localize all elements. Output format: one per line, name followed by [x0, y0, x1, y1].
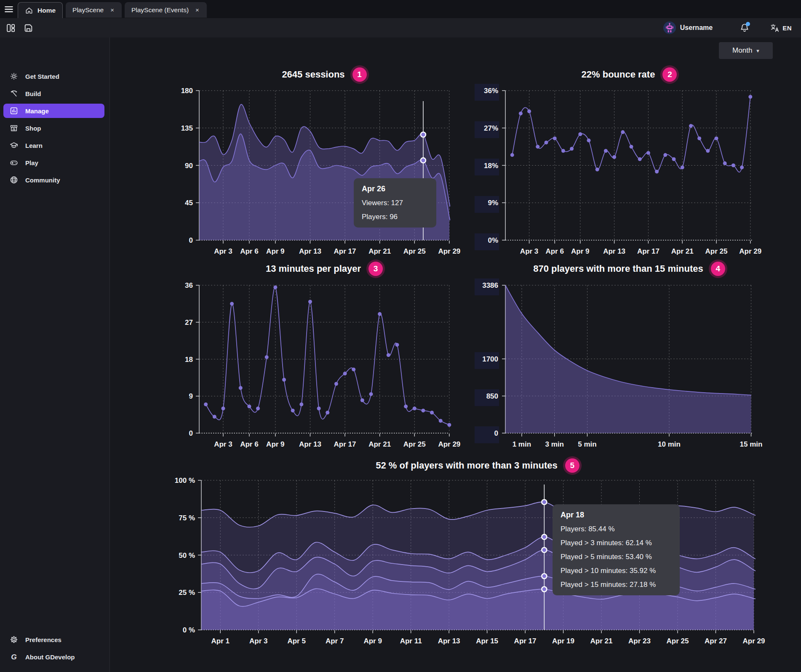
- home-icon-wrap: [25, 6, 33, 15]
- layout-panels-button[interactable]: [3, 21, 18, 35]
- period-dropdown-label: Month: [732, 46, 752, 55]
- chart-tooltip-sessions: Apr 26Viewers: 127Players: 96: [354, 178, 436, 228]
- chart-title-text: 22% bounce rate: [582, 69, 655, 80]
- translate-icon: [770, 23, 780, 33]
- storefront-icon: [9, 123, 19, 133]
- save-button[interactable]: [21, 21, 35, 35]
- sidebar-item-label: Community: [25, 177, 60, 184]
- storefront-icon-wrap: [9, 123, 19, 133]
- layout-panels-icon: [5, 23, 16, 33]
- gdevelop-logo-icon-wrap: G: [9, 652, 19, 661]
- globe-icon: [9, 175, 19, 185]
- toolbar-right-group: Username EN: [663, 18, 792, 37]
- tab-bar: HomePlayScene×PlayScene (Events)×: [0, 0, 801, 18]
- sidebar-item-play[interactable]: Play: [3, 155, 104, 170]
- gamepad-icon: [9, 158, 19, 167]
- sidebar-item-label: Preferences: [25, 636, 61, 643]
- tooltip-row: Players: 96: [362, 213, 428, 221]
- sidebar-item-about-gdevelop[interactable]: GAbout GDevelop: [3, 650, 104, 664]
- language-selector[interactable]: EN: [770, 23, 792, 33]
- tooltip-row: Played > 3 minutes: 62.14 %: [561, 539, 672, 547]
- step-badge-3[interactable]: 3: [368, 262, 383, 276]
- main-content: [110, 37, 801, 672]
- close-icon[interactable]: ×: [195, 6, 200, 13]
- step-badge-2[interactable]: 2: [662, 67, 677, 82]
- home-icon: [25, 6, 33, 15]
- pickaxe-icon: [9, 89, 19, 98]
- chart-title-text: 870 players with more than 15 minutes: [533, 263, 703, 274]
- tab-label: Home: [37, 7, 56, 14]
- chart-icon-wrap: [9, 106, 19, 115]
- sun-icon-wrap: [9, 72, 19, 81]
- step-badge-4[interactable]: 4: [711, 262, 725, 276]
- tooltip-title: Apr 18: [561, 511, 672, 519]
- sidebar-item-label: About GDevelop: [25, 653, 75, 661]
- toolbar: Username EN: [0, 18, 801, 37]
- sidebar-item-preferences[interactable]: Preferences: [3, 632, 104, 647]
- sidebar-item-learn[interactable]: Learn: [3, 138, 104, 153]
- chart-title-retention: 870 players with more than 15 minutes4: [505, 260, 753, 277]
- chart-icon: [9, 106, 19, 115]
- step-badge-1[interactable]: 1: [352, 67, 367, 82]
- globe-icon-wrap: [9, 175, 19, 185]
- gear-icon-wrap: [9, 635, 19, 644]
- chart-title-text: 52 % of players with more than 3 minutes: [376, 460, 558, 471]
- gear-icon: [9, 635, 19, 644]
- chart-tooltip-engagement: Apr 18Players: 85.44 %Played > 3 minutes…: [553, 504, 680, 595]
- sidebar-item-community[interactable]: Community: [3, 173, 104, 187]
- gamepad-icon-wrap: [9, 158, 19, 167]
- sidebar-item-label: Get Started: [25, 73, 59, 80]
- tooltip-row: Players: 85.44 %: [561, 525, 672, 533]
- sidebar: Get StartedBuildManageShopLearnPlayCommu…: [0, 37, 110, 672]
- save-icon: [23, 23, 34, 33]
- graduation-cap-icon: [9, 141, 19, 150]
- svg-text:G: G: [11, 653, 17, 661]
- sun-icon: [9, 72, 19, 81]
- chart-title-sessions: 2645 sessions1: [199, 66, 449, 83]
- hamburger-menu-button[interactable]: [0, 0, 18, 18]
- hamburger-icon: [3, 4, 14, 15]
- notifications-button[interactable]: [738, 21, 751, 35]
- language-code: EN: [782, 24, 792, 32]
- tooltip-row: Played > 5 minutes: 53.40 %: [561, 553, 672, 561]
- avatar: [663, 21, 676, 34]
- user-profile-button[interactable]: Username: [663, 21, 713, 34]
- chart-title-bounce: 22% bounce rate2: [505, 66, 753, 83]
- pickaxe-icon-wrap: [9, 89, 19, 98]
- sidebar-item-manage[interactable]: Manage: [3, 104, 104, 118]
- close-icon[interactable]: ×: [109, 6, 115, 13]
- step-badge-5[interactable]: 5: [565, 458, 579, 473]
- chart-title-engagement: 52 % of players with more than 3 minutes…: [201, 457, 754, 474]
- sidebar-item-label: Build: [25, 90, 41, 97]
- username-label: Username: [680, 24, 713, 32]
- sidebar-item-get-started[interactable]: Get Started: [3, 69, 104, 83]
- chevron-down-icon: ▾: [756, 48, 759, 54]
- tooltip-row: Played > 15 minutes: 27.18 %: [561, 581, 672, 589]
- gdevelop-logo-icon: G: [9, 652, 19, 661]
- tab-label: PlayScene (Events): [131, 6, 189, 14]
- sidebar-item-shop[interactable]: Shop: [3, 121, 104, 135]
- graduation-cap-icon-wrap: [9, 141, 19, 150]
- period-dropdown[interactable]: Month ▾: [719, 42, 773, 59]
- sidebar-item-label: Play: [25, 159, 38, 166]
- tooltip-title: Apr 26: [362, 185, 428, 193]
- chart-title-text: 2645 sessions: [282, 69, 344, 80]
- sidebar-item-label: Manage: [25, 107, 49, 115]
- chart-title-text: 13 minutes per player: [266, 263, 361, 274]
- sidebar-item-label: Shop: [25, 125, 41, 132]
- tab-playscene[interactable]: PlayScene×: [66, 2, 122, 18]
- sidebar-item-label: Learn: [25, 142, 43, 149]
- tab-home[interactable]: Home: [18, 2, 63, 18]
- tooltip-row: Viewers: 127: [362, 199, 428, 207]
- sidebar-item-build[interactable]: Build: [3, 86, 104, 101]
- tooltip-row: Played > 10 minutes: 35.92 %: [561, 567, 672, 575]
- tab-label: PlayScene: [72, 6, 104, 14]
- tab-playscene-events[interactable]: PlayScene (Events)×: [125, 2, 207, 18]
- chart-title-minutes: 13 minutes per player3: [199, 260, 449, 277]
